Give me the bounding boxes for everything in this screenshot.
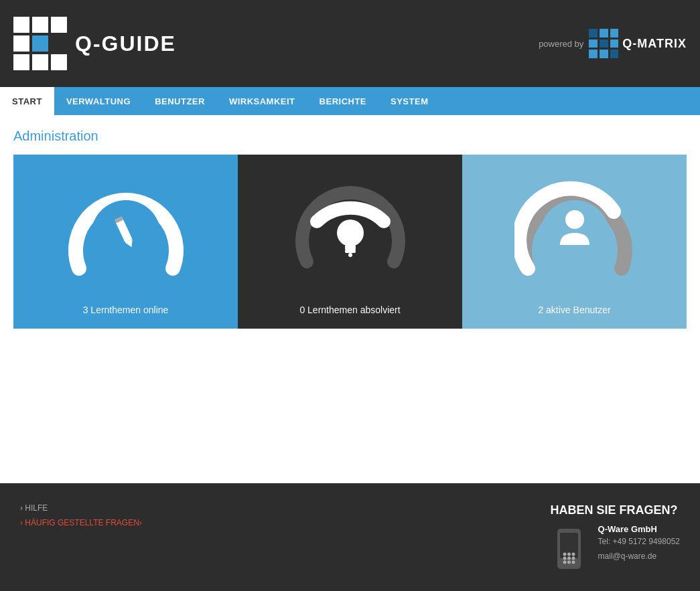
logo-cell — [32, 54, 48, 70]
qm-cell — [589, 29, 598, 37]
svg-point-9 — [565, 210, 584, 229]
gauge-1 — [66, 175, 186, 295]
qm-cell — [600, 39, 608, 48]
logo-text: Q-GUIDE — [75, 31, 176, 56]
svg-point-4 — [337, 220, 364, 246]
svg-point-16 — [567, 557, 571, 560]
card-aktive-benutzer[interactable]: 2 aktive Benutzer — [462, 155, 687, 329]
nav-item-wirksamkeit[interactable]: WIRKSAMKEIT — [217, 87, 307, 115]
footer-company: Q-Ware GmbH — [598, 524, 680, 534]
phone-svg — [554, 527, 584, 571]
card-label-2: 0 Lernthemen absolviert — [299, 305, 400, 315]
qm-cell — [610, 39, 619, 48]
card-lernthemen-online[interactable]: 3 Lernthemen online — [13, 155, 238, 329]
logo-cell — [51, 17, 67, 33]
logo-cell — [13, 17, 29, 33]
svg-point-14 — [571, 561, 575, 564]
svg-rect-6 — [345, 250, 356, 253]
logo-cell — [13, 54, 29, 70]
svg-rect-5 — [345, 245, 356, 250]
footer-contact: HABEN SIE FRAGEN? — [551, 503, 680, 574]
nav-item-system[interactable]: SYSTEM — [378, 87, 440, 115]
footer-links: › HILFE › HÄUFIG GESTELLTE FRAGEN› — [20, 503, 142, 527]
qm-cell — [600, 29, 608, 37]
logo-cell — [32, 17, 48, 33]
phone-icon — [551, 524, 587, 574]
main-nav: START VERWALTUNG BENUTZER WIRKSAMKEIT BE… — [0, 87, 700, 115]
footer-link-faq[interactable]: › HÄUFIG GESTELLTE FRAGEN› — [20, 518, 142, 527]
logo-cell-empty — [51, 35, 67, 52]
qm-cell — [610, 50, 619, 58]
powered-by: powered by Q-MATRIX — [539, 29, 687, 58]
svg-point-13 — [567, 561, 571, 564]
powered-text: powered by — [539, 39, 583, 49]
gauge-3 — [514, 175, 635, 295]
qm-cell — [600, 50, 608, 58]
footer-link-hilfe[interactable]: › HILFE — [20, 503, 142, 513]
qmatrix-logo: Q-MATRIX — [589, 29, 687, 58]
gauge-svg-3 — [514, 175, 635, 295]
page-title: Administration — [13, 129, 687, 144]
svg-point-20 — [571, 553, 575, 556]
qm-cell — [589, 50, 598, 58]
nav-item-start[interactable]: START — [0, 87, 54, 115]
nav-item-berichte[interactable]: BERICHTE — [307, 87, 378, 115]
logo-cell — [51, 54, 67, 70]
card-label-3: 2 aktive Benutzer — [538, 305, 610, 315]
svg-point-12 — [563, 561, 566, 564]
svg-point-18 — [563, 553, 566, 556]
logo-area: Q-GUIDE — [13, 17, 176, 70]
card-label-1: 3 Lernthemen online — [83, 305, 169, 315]
svg-point-19 — [567, 553, 571, 556]
footer-contact-right: HABEN SIE FRAGEN? — [551, 503, 680, 574]
footer-phone: Tel: +49 5172 9498052 — [598, 537, 680, 546]
footer-detail: Q-Ware GmbH Tel: +49 5172 9498052 mail@q… — [551, 524, 680, 574]
logo-cell-blue — [32, 35, 48, 52]
nav-item-benutzer[interactable]: BENUTZER — [143, 87, 217, 115]
qm-cell — [589, 39, 598, 48]
svg-point-7 — [348, 253, 352, 257]
gauge-2 — [290, 175, 411, 295]
gauge-svg-2 — [290, 175, 411, 295]
svg-point-15 — [563, 557, 566, 560]
logo-cell — [13, 35, 29, 52]
svg-point-17 — [571, 557, 575, 560]
footer: › HILFE › HÄUFIG GESTELLTE FRAGEN› HABEN… — [0, 483, 700, 591]
gauge-svg-1 — [66, 175, 186, 295]
cards-row: 3 Lernthemen online — [13, 155, 687, 329]
nav-item-verwaltung[interactable]: VERWALTUNG — [54, 87, 143, 115]
footer-email: mail@q-ware.de — [598, 552, 680, 561]
main-content: Administration — [0, 115, 700, 483]
qm-cell — [610, 29, 619, 37]
qmatrix-text: Q-MATRIX — [622, 37, 687, 51]
card-lernthemen-absolviert[interactable]: 0 Lernthemen absolviert — [238, 155, 462, 329]
qmatrix-grid — [589, 29, 618, 58]
footer-info: Q-Ware GmbH Tel: +49 5172 9498052 mail@q… — [598, 524, 680, 561]
logo-grid — [13, 17, 67, 70]
header: Q-GUIDE powered by Q-MATRIX — [0, 0, 700, 87]
footer-question-title: HABEN SIE FRAGEN? — [551, 503, 680, 517]
